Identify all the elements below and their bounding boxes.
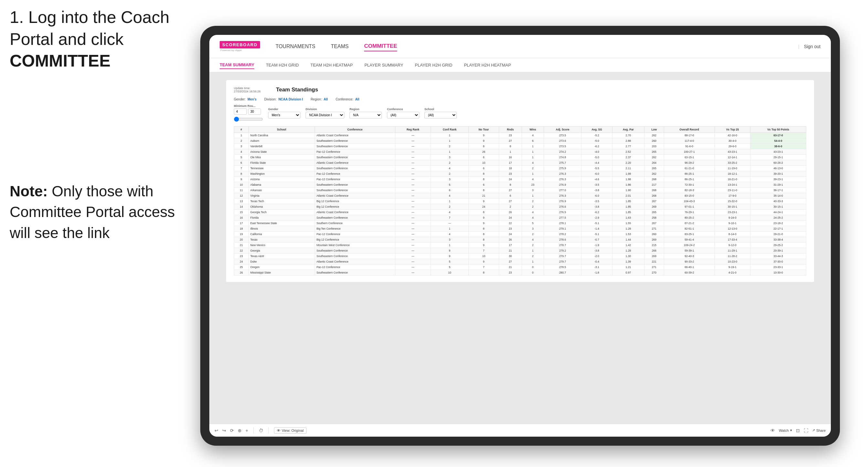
school-select[interactable]: (All) bbox=[425, 112, 457, 119]
table-row[interactable]: 1North CarolinaAtlantic Coast Conference… bbox=[234, 133, 806, 138]
table-row[interactable]: 2AuburnSoutheastern Conference—19276273.… bbox=[234, 138, 806, 144]
table-cell: — bbox=[395, 253, 431, 259]
rounds-slider[interactable] bbox=[234, 117, 263, 122]
share-btn[interactable]: ↗ Share bbox=[812, 428, 826, 432]
nav-teams[interactable]: TEAMS bbox=[331, 42, 348, 51]
table-row[interactable]: 5Ole MissSoutheastern Conference—3616127… bbox=[234, 155, 806, 160]
refresh-icon[interactable]: ⟳ bbox=[230, 428, 234, 433]
table-cell: 9 bbox=[468, 259, 499, 264]
max-rounds-input[interactable] bbox=[248, 108, 261, 115]
table-cell: 60-39-2 bbox=[664, 270, 715, 276]
sign-out-btn[interactable]: Sign out bbox=[798, 44, 820, 49]
division-select[interactable]: NCAA Division I bbox=[306, 112, 344, 119]
table-cell: 276.5 bbox=[544, 210, 581, 215]
fullscreen-icon[interactable]: ⛶ bbox=[804, 428, 808, 433]
table-cell: 83-15-0 bbox=[664, 193, 715, 198]
table-cell: 33-38-4 bbox=[750, 237, 806, 243]
table-row[interactable]: 24DukeAtlantic Coast Conference—59271279… bbox=[234, 259, 806, 264]
subnav-player-h2h-grid[interactable]: PLAYER H2H GRID bbox=[415, 61, 452, 69]
table-row[interactable]: 13Texas TechBig 12 Conference—19272276.9… bbox=[234, 198, 806, 204]
table-row[interactable]: 6Florida StateAtlantic Coast Conference—… bbox=[234, 160, 806, 166]
subnav-team-summary[interactable]: TEAM SUMMARY bbox=[220, 61, 254, 69]
table-row[interactable]: 19CaliforniaPac-12 Conference—48242278.2… bbox=[234, 231, 806, 237]
table-cell: 270 bbox=[644, 270, 664, 276]
logo-box: SCOREBOARD bbox=[220, 41, 260, 49]
subnav-team-h2h-heatmap[interactable]: TEAM H2H HEATMAP bbox=[310, 61, 353, 69]
table-cell: 61-21-0 bbox=[664, 166, 715, 171]
table-cell: 21 bbox=[468, 193, 499, 198]
nav-committee[interactable]: COMMITTEE bbox=[364, 42, 397, 51]
table-cell: 23-11-0 bbox=[715, 188, 750, 193]
region-control-group: Region N/A All bbox=[349, 107, 382, 119]
subnav-team-h2h-grid[interactable]: TEAM H2H GRID bbox=[266, 61, 299, 69]
conference-select[interactable]: (All) bbox=[387, 112, 419, 119]
table-row[interactable]: 25OregonPac-12 Conference—57210278.5-3.1… bbox=[234, 264, 806, 270]
add-icon[interactable]: + bbox=[246, 428, 248, 433]
table-row[interactable]: 15Georgia TechAtlantic Coast Conference—… bbox=[234, 210, 806, 215]
table-cell: 279.2 bbox=[544, 248, 581, 253]
subnav-player-summary[interactable]: PLAYER SUMMARY bbox=[364, 61, 403, 69]
table-cell: 66-40-1 bbox=[664, 264, 715, 270]
table-row[interactable]: 9ArizonaPac-12 Conference—38244276.3-4.6… bbox=[234, 177, 806, 182]
table-row[interactable]: 7TennesseeSoutheastern Conference—461822… bbox=[234, 166, 806, 171]
table-cell: 104-43-3 bbox=[664, 198, 715, 204]
undo-icon[interactable]: ↩ bbox=[215, 428, 218, 433]
table-cell: 21 bbox=[499, 264, 522, 270]
min-rounds-input[interactable] bbox=[234, 108, 247, 115]
screenshot-icon[interactable]: ⊡ bbox=[796, 428, 800, 433]
table-row[interactable]: 17East Tennessee StateSouthern Conferenc… bbox=[234, 221, 806, 226]
table-cell: — bbox=[395, 177, 431, 182]
conference-value: All bbox=[355, 97, 359, 101]
table-cell: -5.1 bbox=[582, 221, 613, 226]
table-cell: Southeastern Conference bbox=[315, 144, 395, 149]
table-row[interactable]: 22GeorgiaSoutheastern Conference—8721127… bbox=[234, 248, 806, 253]
table-cell: 1 bbox=[522, 155, 544, 160]
clock-icon[interactable]: ⏱ bbox=[259, 428, 263, 433]
table-row[interactable]: 26Mississippi StateSoutheastern Conferen… bbox=[234, 270, 806, 276]
table-cell: 278.7 bbox=[544, 243, 581, 248]
table-cell: 258 bbox=[644, 215, 664, 221]
watch-icon[interactable]: 👁 bbox=[770, 428, 775, 433]
table-row[interactable]: 20TexasBig 12 Conference—38264278.6-0.71… bbox=[234, 237, 806, 243]
subnav-player-h2h-heatmap[interactable]: PLAYER H2H HEATMAP bbox=[464, 61, 511, 69]
table-cell: Pac-12 Conference bbox=[315, 177, 395, 182]
gender-select[interactable]: Men's Women's bbox=[268, 112, 301, 119]
nav-tournaments[interactable]: TOURNAMENTS bbox=[276, 42, 315, 51]
bookmark-icon[interactable]: ⊕ bbox=[238, 428, 242, 433]
table-cell: 260 bbox=[644, 231, 664, 237]
table-row[interactable]: 21New MexicoMountain West Conference—191… bbox=[234, 243, 806, 248]
table-cell: 29-6-0 bbox=[715, 144, 750, 149]
table-row[interactable]: 14OklahomaBig 12 Conference—22422276.6-3… bbox=[234, 204, 806, 210]
view-original-button[interactable]: 👁 View: Original bbox=[274, 427, 307, 434]
table-cell: 280.7 bbox=[544, 270, 581, 276]
table-row[interactable]: 23Texas A&MSoutheastern Conference—91030… bbox=[234, 253, 806, 259]
table-row[interactable]: 16FloridaSoutheastern Conference—7924427… bbox=[234, 215, 806, 221]
watch-btn[interactable]: Watch ▾ bbox=[779, 428, 792, 432]
table-cell: 1.86 bbox=[612, 182, 644, 188]
table-row[interactable]: 10AlabamaSoutheastern Conference—5682327… bbox=[234, 182, 806, 188]
table-cell: 96-29-2 bbox=[664, 160, 715, 166]
table-cell: 2.20 bbox=[612, 160, 644, 166]
share-label: Share bbox=[816, 429, 826, 432]
table-row[interactable]: 18IllinoisBig Ten Conference—18233279.1-… bbox=[234, 226, 806, 231]
table-row[interactable]: 3VanderbiltSoutheastern Conference—28812… bbox=[234, 144, 806, 149]
table-cell: 9-10-1 bbox=[715, 221, 750, 226]
table-cell: 23-23-1 bbox=[715, 210, 750, 215]
table-cell: 6 bbox=[468, 155, 499, 160]
region-select[interactable]: N/A All bbox=[349, 112, 382, 119]
table-row[interactable]: 11ArkansasSoutheastern Conference—682732… bbox=[234, 188, 806, 193]
table-cell: -5.1 bbox=[582, 231, 613, 237]
table-cell: 4 bbox=[431, 231, 468, 237]
table-row[interactable]: 8WashingtonPac-12 Conference—28231276.3-… bbox=[234, 171, 806, 177]
table-cell: 0 bbox=[522, 264, 544, 270]
redo-icon[interactable]: ↪ bbox=[222, 428, 226, 433]
table-cell: -1.4 bbox=[582, 226, 613, 231]
table-cell: 6 bbox=[499, 193, 522, 198]
table-cell: 1.55 bbox=[612, 221, 644, 226]
table-cell: — bbox=[395, 160, 431, 166]
table-cell: 8 bbox=[468, 226, 499, 231]
table-cell: 43-23-1 bbox=[750, 149, 806, 155]
table-cell: -6.2 bbox=[582, 144, 613, 149]
table-row[interactable]: 4Arizona StatePac-12 Conference—12611274… bbox=[234, 149, 806, 155]
table-row[interactable]: 12VirginiaAtlantic Coast Conference—4216… bbox=[234, 193, 806, 198]
